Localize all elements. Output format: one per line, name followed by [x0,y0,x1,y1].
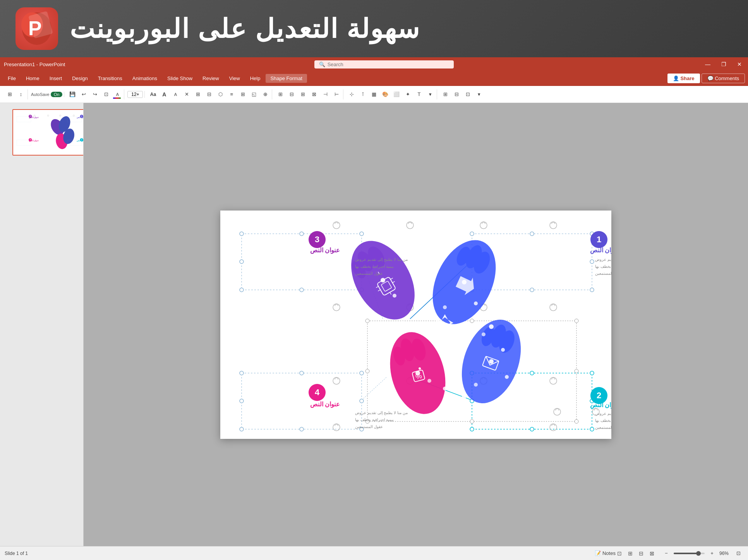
svg-rect-32 [242,373,362,429]
normal-view-btn[interactable]: ⊡ [615,550,624,557]
toolbar-group-format: Aa A A ✕ ⊞ ⊟ ⬡ ≡ ⊞ ◱ ⊕ [146,89,272,99]
save-button[interactable]: 💾 [67,89,77,99]
toolbar-new-btn[interactable]: ⊞ [5,89,15,99]
svg-text:P: P [28,17,42,39]
size-btn2[interactable]: ⊟ [451,89,461,99]
search-input[interactable] [328,62,449,67]
slide-thumbnail[interactable]: 1 2 3 4 عنوان النص عنوان النص عنوان النص… [12,109,84,156]
share-button[interactable]: 👤 Share [667,74,700,83]
menu-file[interactable]: File [3,74,21,83]
color-btn[interactable]: A [112,89,122,99]
status-right-area: 📝 Notes ⊡ ⊞ ⊟ ⊠ − + 96% ⊡ [600,548,743,558]
menu-help[interactable]: Help [245,74,265,83]
toolbar-group-size: ⊞ ⊟ ⊡ ▾ [439,89,486,99]
notes-button[interactable]: 📝 Notes [600,548,610,558]
align-v-btn[interactable]: ⊣ [320,89,330,99]
menu-home[interactable]: Home [21,74,44,83]
svg-point-76 [300,371,304,375]
shape-btn3[interactable]: ⊕ [260,89,270,99]
minimize-button[interactable]: — [703,61,713,67]
restore-button[interactable]: ❐ [719,61,729,67]
shape-btn2[interactable]: ◱ [249,89,259,99]
presenter-view-btn[interactable]: ⊠ [647,550,657,557]
svg-point-51 [470,232,474,236]
menu-right-actions: 👤 Share 💬 Comments [667,74,745,83]
slide-canvas[interactable]: % [220,211,611,439]
text-a-large-btn[interactable]: A [159,89,169,99]
text-box-btn[interactable]: T [414,89,424,99]
svg-marker-140 [442,326,448,331]
svg-point-58 [590,288,594,292]
toolbar-group-save: 💾 ↩ ↪ ⊡ A [66,89,124,99]
zoom-thumb [696,551,701,556]
arrange-btn1[interactable]: ⊹ [347,89,357,99]
svg-rect-31 [242,234,362,290]
connector-btn[interactable]: ⊞ [238,89,248,99]
zoom-in-btn[interactable]: + [707,548,717,558]
menu-shape-format[interactable]: Shape Format [266,74,307,83]
svg-point-124 [415,371,420,375]
menu-review[interactable]: Review [198,74,224,83]
menu-slideshow[interactable]: Slide Show [163,74,197,83]
zoom-out-btn[interactable]: − [661,548,671,558]
text-a-small-btn[interactable]: A [170,89,180,99]
menu-animations[interactable]: Animations [128,74,162,83]
slide-panel: 1 [0,103,84,546]
svg-point-133 [482,332,486,336]
svg-text:بيمية احترافية يخطف بها: بيمية احترافية يخطف بها [355,418,394,422]
toolbar-undo-arrows[interactable]: ↕ [16,89,26,99]
menu-transitions[interactable]: Transitions [93,74,127,83]
svg-point-134 [501,348,505,352]
svg-point-85 [470,319,474,323]
svg-point-78 [240,399,244,403]
menu-insert[interactable]: Insert [45,74,67,83]
clear-format-btn[interactable]: ✕ [182,89,192,99]
more-btn[interactable]: ▾ [425,89,435,99]
close-button[interactable]: ✕ [735,61,744,67]
app-name-label: Presentation1 - PowerPoint [4,62,65,67]
normal-view-button[interactable]: ⊡ [101,89,111,99]
svg-point-5 [60,115,61,116]
align-center-btn[interactable]: ⊟ [287,89,297,99]
arrange-btn3[interactable]: ▦ [369,89,379,99]
fit-slide-btn[interactable]: ⊡ [733,548,743,558]
autosave-toggle[interactable]: On [51,92,63,97]
align-left-btn[interactable]: ⊞ [275,89,285,99]
effects-btn[interactable]: ✦ [403,89,413,99]
menu-view[interactable]: View [225,74,245,83]
fill-color-btn[interactable]: 🎨 [380,89,390,99]
list-btn[interactable]: ≡ [226,89,237,99]
group-btn[interactable]: ⊞ [193,89,203,99]
shape-btn1[interactable]: ⬡ [215,89,225,99]
comments-button[interactable]: 💬 Comments [702,74,745,83]
font-size-display[interactable]: 12+ [127,91,143,98]
size-btn1[interactable]: ⊞ [440,89,450,99]
svg-point-91 [575,420,578,423]
ungroup-btn[interactable]: ⊟ [204,89,214,99]
menu-design[interactable]: Design [67,74,92,83]
svg-text:من منا لا يطمح إلى تقديم عروض: من منا لا يطمح إلى تقديم عروض [355,411,408,415]
svg-point-49 [550,424,557,431]
more2-btn[interactable]: ▾ [474,89,484,99]
redo-button[interactable]: ↪ [90,89,100,99]
svg-point-57 [530,288,534,292]
svg-text:عقول المستمعين: عقول المستمعين [355,425,383,429]
align-dist-btn[interactable]: ⊠ [309,89,319,99]
arrange-btn2[interactable]: ⊺ [358,89,368,99]
undo-button[interactable]: ↩ [79,89,89,99]
reading-view-btn[interactable]: ⊟ [636,550,646,557]
align-dist2-btn[interactable]: ⊢ [331,89,341,99]
svg-point-68 [300,232,304,236]
svg-text:عنوان النص: عنوان النص [29,140,39,142]
zoom-slider[interactable] [674,553,705,554]
size-btn3[interactable]: ⊡ [463,89,473,99]
slide-sorter-btn[interactable]: ⊞ [626,550,635,557]
svg-point-73 [300,288,304,292]
outline-btn[interactable]: ⬜ [391,89,401,99]
svg-point-90 [470,420,474,423]
search-box[interactable]: 🔍 [314,60,454,69]
text-aa-btn[interactable]: Aa [148,89,158,99]
hero-banner: P سهولة التعديل على البوربوينت [0,0,748,57]
align-right-btn[interactable]: ⊞ [298,89,308,99]
svg-point-44 [550,304,557,311]
